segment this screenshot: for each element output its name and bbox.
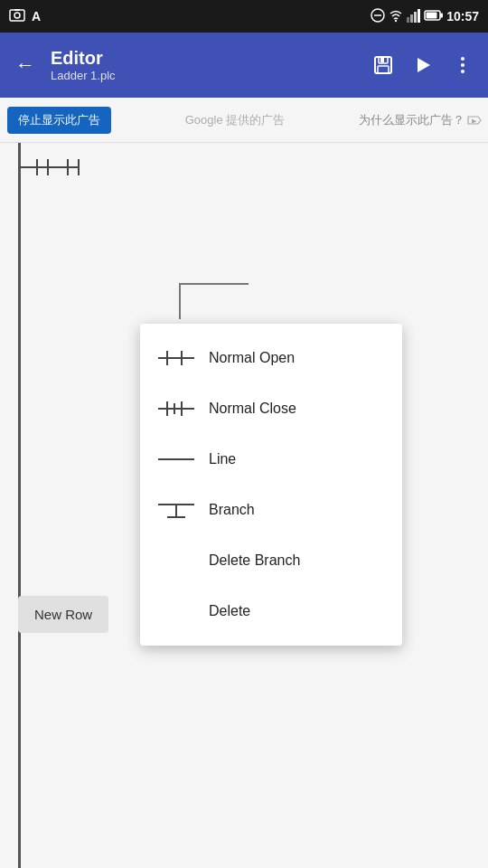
ad-banner: 停止显示此广告 Google 提供的广告 为什么显示此广告？ ▶: [0, 98, 488, 143]
svg-rect-2: [14, 9, 20, 11]
svg-rect-13: [427, 12, 437, 18]
rung-horizontal: [181, 283, 249, 285]
minus-circle-icon: [371, 8, 385, 25]
play-button[interactable]: [405, 47, 441, 83]
back-arrow-icon: ←: [15, 53, 35, 77]
normal-open-icon: [158, 345, 194, 371]
menu-item-line[interactable]: Line: [140, 434, 402, 485]
svg-rect-0: [10, 10, 24, 21]
svg-marker-18: [418, 58, 430, 72]
app-bar-titles: Editor Ladder 1.plc: [51, 48, 358, 82]
menu-item-normal-close[interactable]: Normal Close: [140, 383, 402, 434]
menu-item-delete-branch[interactable]: Delete Branch: [140, 535, 402, 586]
svg-text:A: A: [32, 9, 41, 24]
line-icon: [158, 447, 194, 472]
rung-vertical: [179, 283, 181, 319]
contact2-gap: [69, 166, 78, 168]
signal-icon: [407, 8, 421, 25]
photo-icon: [9, 7, 25, 26]
contact-gap: [38, 166, 47, 168]
time-display: 10:57: [446, 9, 479, 24]
svg-rect-12: [440, 13, 443, 17]
delete-label: Delete: [209, 603, 250, 619]
ad-google-label: Google 提供的广告: [185, 112, 286, 128]
svg-rect-10: [418, 9, 420, 23]
app-bar-actions: [365, 47, 481, 83]
new-row-button[interactable]: New Row: [18, 596, 108, 633]
font-icon: A: [31, 7, 47, 26]
svg-text:▶: ▶: [472, 117, 477, 123]
branch-label: Branch: [209, 502, 255, 518]
save-button[interactable]: [365, 47, 401, 83]
line-before-contact: [23, 166, 36, 168]
svg-point-21: [461, 70, 465, 73]
svg-point-1: [14, 13, 20, 18]
normal-close-label: Normal Close: [209, 401, 296, 417]
wifi-icon: [389, 8, 403, 25]
ad-why-section: 为什么显示此广告？ ▶: [359, 112, 481, 128]
delete-branch-label: Delete Branch: [209, 552, 300, 569]
status-right-icons: 10:57: [371, 8, 479, 25]
status-bar: A: [0, 0, 488, 33]
status-left-icons: A: [9, 7, 47, 26]
context-menu: Normal Open Normal Close: [140, 324, 402, 646]
contact-no-symbol: [23, 159, 67, 175]
svg-rect-16: [378, 66, 389, 73]
ladder-row-1: [20, 159, 80, 175]
line-after-contact: [49, 166, 67, 168]
delete-branch-icon: [158, 548, 194, 573]
svg-point-20: [461, 63, 465, 67]
more-options-button[interactable]: [445, 47, 481, 83]
menu-item-normal-open[interactable]: Normal Open: [140, 333, 402, 383]
delete-icon: [158, 599, 194, 624]
contact2-right-bar: [78, 159, 80, 175]
contact-no-symbol-2: [67, 159, 80, 175]
main-content: New Row Normal Open: [0, 143, 488, 868]
normal-close-icon: [158, 396, 194, 421]
svg-point-19: [461, 57, 465, 61]
svg-rect-17: [380, 58, 384, 62]
svg-rect-9: [414, 12, 417, 23]
svg-rect-8: [410, 14, 413, 23]
left-power-rail: [18, 143, 21, 868]
menu-item-delete[interactable]: Delete: [140, 586, 402, 637]
stop-ad-button[interactable]: 停止显示此广告: [7, 107, 111, 134]
ad-why-text: 为什么显示此广告？: [359, 112, 465, 128]
svg-rect-7: [407, 17, 409, 23]
line-label: Line: [209, 451, 236, 467]
back-button[interactable]: ←: [7, 47, 43, 83]
app-bar: ← Editor Ladder 1.plc: [0, 33, 488, 98]
menu-item-branch[interactable]: Branch: [140, 485, 402, 535]
normal-open-label: Normal Open: [209, 350, 295, 366]
svg-point-6: [395, 19, 397, 21]
app-title: Editor: [51, 48, 358, 69]
battery-icon: [425, 8, 443, 25]
ad-info-icon: ▶: [468, 114, 481, 127]
app-subtitle: Ladder 1.plc: [51, 69, 358, 82]
branch-icon: [158, 497, 194, 523]
